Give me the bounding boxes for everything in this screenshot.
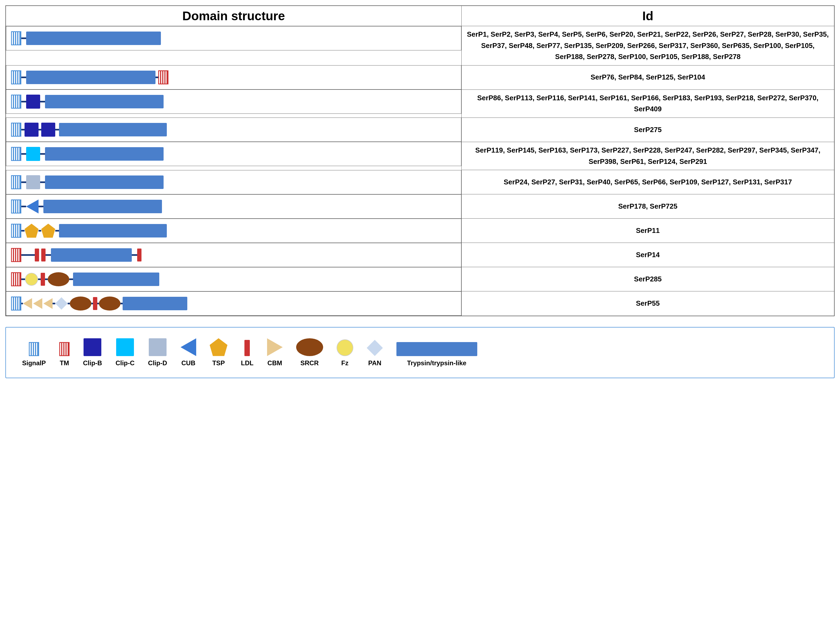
legend-ldl: LDL — [241, 340, 254, 367]
id-cell-3: SerP86, SerP113, SerP116, SerP141, SerP1… — [461, 90, 834, 117]
domain-cell-7 — [6, 194, 461, 218]
signalp-domain — [11, 175, 21, 189]
connector — [40, 101, 45, 103]
trypsin-domain — [45, 95, 164, 108]
legend-clipb: Clip-B — [83, 338, 102, 367]
legend-srcr-icon — [296, 338, 323, 356]
ldl-domain-2 — [41, 248, 46, 261]
connector — [21, 278, 25, 280]
ldl-domain-1 — [35, 248, 39, 261]
ldl-domain-3 — [137, 248, 142, 261]
srcr-domain-2 — [99, 297, 120, 310]
legend-cub: CUB — [180, 338, 196, 367]
legend-pan: PAN — [367, 340, 383, 367]
domain-cell-1 — [6, 26, 461, 51]
legend-tsp-label: TSP — [212, 359, 225, 367]
trypsin-domain — [59, 123, 167, 136]
tm-domain — [158, 70, 169, 84]
legend-cbm: CBM — [267, 338, 283, 367]
legend-pan-label: PAN — [368, 359, 381, 367]
legend-tm: TM — [59, 342, 69, 367]
domain-cell-9 — [6, 243, 461, 267]
ldl-domain — [93, 297, 97, 310]
connector — [38, 206, 43, 207]
trypsin-domain — [123, 297, 187, 310]
fz-domain — [25, 273, 38, 286]
domain-cell-2 — [6, 65, 461, 90]
legend-trypsin-icon — [396, 342, 477, 356]
legend-clipd-icon — [149, 338, 167, 356]
connector — [38, 278, 41, 280]
connector — [45, 278, 48, 280]
id-cell-9: SerP14 — [461, 243, 834, 267]
connector — [21, 153, 26, 155]
connector — [120, 303, 123, 304]
signalp-domain — [11, 95, 21, 109]
trypsin-domain — [73, 272, 159, 286]
connector — [21, 77, 26, 78]
legend-tm-label: TM — [60, 359, 69, 367]
domain-cell-11 — [6, 291, 461, 316]
legend-signalp: SignalP — [22, 342, 46, 367]
signalp-domain — [11, 224, 21, 238]
id-cell-4: SerP275 — [461, 117, 834, 142]
id-cell-6: SerP24, SerP27, SerP31, SerP40, SerP65, … — [461, 170, 834, 194]
pan-domain — [55, 297, 68, 310]
connector — [155, 77, 158, 78]
domain-cell-5 — [6, 142, 461, 166]
legend-cbm-label: CBM — [267, 359, 282, 367]
legend-tm-icon — [59, 342, 69, 356]
legend-ldl-icon — [245, 340, 250, 356]
id-column-header: Id — [461, 6, 834, 26]
trypsin-domain — [43, 200, 162, 213]
legend-trypsin-label: Trypsin/trypsin-like — [407, 359, 466, 367]
connector — [52, 303, 55, 304]
connector — [21, 101, 26, 103]
table-row: SerP24, SerP27, SerP31, SerP40, SerP65, … — [6, 170, 834, 194]
signalp-domain — [11, 147, 21, 161]
legend-ldl-label: LDL — [241, 359, 254, 367]
table-row: SerP76, SerP84, SerP125, SerP104 — [6, 65, 834, 90]
legend-trypsin: Trypsin/trypsin-like — [396, 342, 477, 367]
legend-clipc-icon — [116, 338, 134, 356]
connector — [40, 182, 45, 183]
trypsin-domain — [26, 71, 155, 84]
id-cell-8: SerP11 — [461, 218, 834, 243]
connector — [55, 230, 59, 232]
clipd-domain — [26, 175, 40, 189]
legend-cub-label: CUB — [182, 359, 196, 367]
legend-clipc-label: Clip-C — [115, 359, 135, 367]
legend-clipb-label: Clip-B — [83, 359, 102, 367]
legend-clipd-label: Clip-D — [148, 359, 167, 367]
connector — [69, 278, 73, 280]
clipc-domain — [26, 147, 40, 161]
cbm-domain-1 — [23, 298, 32, 309]
legend-fz-icon — [336, 339, 353, 356]
legend-tsp-icon — [210, 338, 227, 356]
connector — [21, 129, 25, 130]
domain-column-header: Domain structure — [6, 6, 461, 26]
domain-structure-table: Domain structure Id SerP1, SerP2, SerP3,… — [5, 5, 835, 316]
connector — [40, 153, 45, 155]
domain-cell-3 — [6, 90, 461, 114]
tsp-domain-2 — [41, 224, 55, 238]
trypsin-domain — [45, 175, 164, 189]
cbm-domain-3 — [43, 298, 52, 309]
connector — [21, 182, 26, 183]
tm-domain-left — [11, 248, 21, 262]
legend-cub-icon — [180, 338, 196, 356]
legend-fz-label: Fz — [341, 359, 349, 367]
clipb-domain-2 — [41, 123, 55, 137]
legend: SignalP TM Clip-B Clip-C Clip-D CUB TSP … — [5, 327, 835, 378]
legend-srcr-label: SRCR — [300, 359, 319, 367]
connector — [21, 254, 35, 256]
tsp-domain-1 — [25, 224, 38, 238]
domain-cell-6 — [6, 170, 461, 194]
table-row: SerP55 — [6, 291, 834, 316]
connector — [38, 230, 41, 232]
connector — [68, 303, 70, 304]
legend-clipd: Clip-D — [148, 338, 167, 367]
id-cell-10: SerP285 — [461, 267, 834, 291]
table-row: SerP178, SerP725 — [6, 194, 834, 218]
table-row: SerP14 — [6, 243, 834, 267]
